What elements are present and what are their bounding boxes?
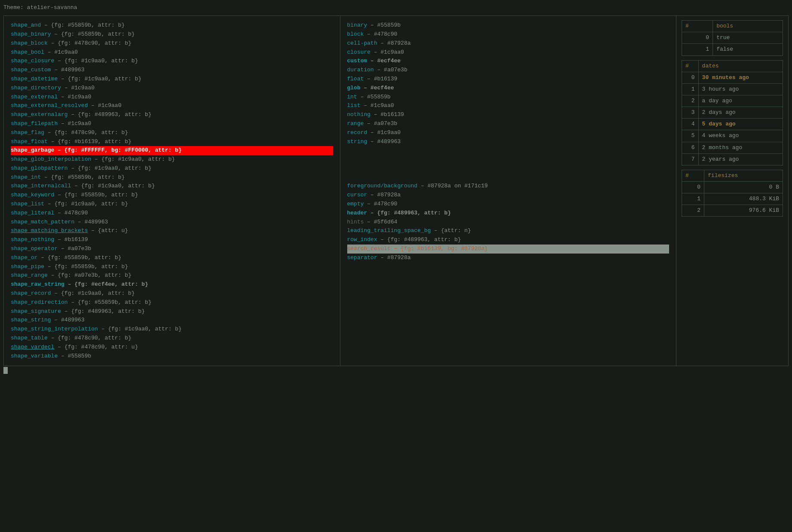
- col2-line-3: closure – #1c9aa0: [347, 48, 670, 57]
- dates-row-5: 5 4 weeks ago: [682, 130, 783, 142]
- dates-index-6: 6: [682, 142, 699, 153]
- col2-line-6: float – #b16139: [347, 75, 670, 84]
- col2-line-19: cursor – #87928a: [347, 191, 670, 200]
- col2-line-1: block – #478c90: [347, 30, 670, 39]
- col2-line-0: binary – #55859b: [347, 21, 670, 30]
- col1-line-22: shape_match_pattern – #489963: [11, 218, 333, 227]
- col1-line-15: shape_glob_interpolation – {fg: #1c9aa0,…: [11, 155, 333, 164]
- col1-line-1: shape_binary – {fg: #55859b, attr: b}: [11, 30, 333, 39]
- filesizes-index-0: 0: [682, 181, 704, 193]
- dates-table: # dates 0 30 minutes ago1 3 hours ago2 a…: [682, 60, 783, 165]
- types-column: binary – #55859bblock – #478c90cell-path…: [340, 16, 677, 366]
- dates-index-0: 0: [682, 72, 699, 83]
- col1-line-34: shape_string_interpolation – {fg: #1c9aa…: [11, 325, 333, 334]
- bools-index-0: 0: [682, 32, 713, 44]
- col2-line-2: cell-path – #87928a: [347, 39, 670, 48]
- dates-val-4: 5 days ago: [698, 119, 783, 130]
- col1-line-37: shape_variable – #55859b: [11, 352, 333, 361]
- col1-line-7: shape_directory – #1c9aa0: [11, 84, 333, 93]
- bools-index-header: #: [682, 21, 713, 32]
- col1-line-27: shape_pipe – {fg: #55859b, attr: b}: [11, 263, 333, 272]
- dates-val-5: 4 weeks ago: [698, 130, 783, 142]
- col2-line-18: foreground/background – #87928a on #171c…: [347, 182, 670, 191]
- col2-line-12: record – #1c9aa0: [347, 128, 670, 138]
- dates-row-1: 1 3 hours ago: [682, 83, 783, 95]
- dates-row-4: 4 5 days ago: [682, 119, 783, 130]
- col1-line-25: shape_operator – #a07e3b: [11, 245, 333, 254]
- col1-line-36: shape_vardecl – {fg: #478c90, attr: u}: [11, 343, 333, 352]
- col1-line-12: shape_flag – {fg: #478c90, attr: b}: [11, 128, 333, 138]
- col1-line-4: shape_closure – {fg: #1c9aa0, attr: b}: [11, 57, 333, 66]
- col1-line-30: shape_record – {fg: #1c9aa0, attr: b}: [11, 289, 333, 298]
- filesizes-index-1: 1: [682, 193, 704, 205]
- col2-line-25: search_result – {fg: #b16139, bg: #87928…: [347, 245, 670, 254]
- dates-val-6: 2 months ago: [698, 142, 783, 153]
- col2-line-14: [347, 146, 670, 155]
- col1-line-0: shape_and – {fg: #55859b, attr: b}: [11, 21, 333, 30]
- bools-index-1: 1: [682, 44, 713, 55]
- bools-row-1: 1 false: [682, 44, 783, 55]
- dates-index-1: 1: [682, 83, 699, 95]
- col2-line-9: list – #1c9aa0: [347, 101, 670, 110]
- col1-line-13: shape_float – {fg: #b16139, attr: b}: [11, 138, 333, 147]
- col2-line-22: hints – #5f6d64: [347, 218, 670, 227]
- dates-index-header: #: [682, 60, 699, 72]
- col1-line-2: shape_block – {fg: #478c90, attr: b}: [11, 39, 333, 48]
- col1-line-9: shape_external_resolved – #1c9aa0: [11, 101, 333, 110]
- col2-line-24: row_index – {fg: #489963, attr: b}: [347, 235, 670, 245]
- col1-line-24: shape_nothing – #b16139: [11, 235, 333, 245]
- filesizes-val-1: 488.3 KiB: [704, 193, 783, 205]
- dates-val-0: 30 minutes ago: [698, 72, 783, 83]
- col2-line-10: nothing – #b16139: [347, 110, 670, 119]
- dates-val-7: 2 years ago: [698, 153, 783, 165]
- filesizes-value-header: filesizes: [704, 170, 783, 181]
- col1-line-21: shape_literal – #478c90: [11, 209, 333, 218]
- col2-line-20: empty – #478c90: [347, 200, 670, 209]
- filesizes-table: # filesizes 0 0 B1 488.3 KiB2 976.6 KiB: [682, 170, 783, 217]
- col1-line-8: shape_external – #1c9aa0: [11, 93, 333, 102]
- dates-index-3: 3: [682, 107, 699, 119]
- bools-table: # bools 0 true1 false: [682, 20, 783, 55]
- col2-line-8: int – #55859b: [347, 93, 670, 102]
- shapes-column: shape_and – {fg: #55859b, attr: b}shape_…: [4, 16, 340, 366]
- bools-val-1: false: [713, 44, 783, 55]
- col2-line-21: header – {fg: #489963, attr: b}: [347, 209, 670, 218]
- col2-line-13: string – #489963: [347, 138, 670, 147]
- col1-line-11: shape_filepath – #1c9aa0: [11, 119, 333, 128]
- dates-index-2: 2: [682, 95, 699, 107]
- col1-line-35: shape_table – {fg: #478c90, attr: b}: [11, 334, 333, 343]
- col2-line-17: [347, 173, 670, 182]
- col1-line-19: shape_keyword – {fg: #55859b, attr: b}: [11, 191, 333, 200]
- col1-line-20: shape_list – {fg: #1c9aa0, attr: b}: [11, 200, 333, 209]
- dates-row-3: 3 2 days ago: [682, 107, 783, 119]
- filesizes-index-header: #: [682, 170, 704, 181]
- dates-row-2: 2 a day ago: [682, 95, 783, 107]
- filesizes-row-1: 1 488.3 KiB: [682, 193, 783, 205]
- filesizes-row-2: 2 976.6 KiB: [682, 205, 783, 217]
- col1-line-33: shape_string – #489963: [11, 316, 333, 325]
- col1-line-31: shape_redirection – {fg: #55859b, attr: …: [11, 298, 333, 307]
- col1-line-23: shape_matching_brackets – {attr: u}: [11, 226, 333, 235]
- col1-line-26: shape_or – {fg: #55859b, attr: b}: [11, 254, 333, 263]
- col1-line-10: shape_externalarg – {fg: #489963, attr: …: [11, 110, 333, 119]
- dates-row-0: 0 30 minutes ago: [682, 72, 783, 83]
- col1-line-14: shape_garbage – {fg: #FFFFFF, bg: #FF000…: [11, 146, 333, 155]
- col2-line-26: separator – #87928a: [347, 254, 670, 263]
- col2-line-16: [347, 164, 670, 173]
- dates-val-2: a day ago: [698, 95, 783, 107]
- col1-line-29: shape_raw_string – {fg: #ecf4ee, attr: b…: [11, 280, 333, 289]
- filesizes-val-2: 976.6 KiB: [704, 205, 783, 217]
- main-container: shape_and – {fg: #55859b, attr: b}shape_…: [3, 15, 789, 366]
- dates-index-4: 4: [682, 119, 699, 130]
- col1-line-5: shape_custom – #489963: [11, 66, 333, 75]
- filesizes-val-0: 0 B: [704, 181, 783, 193]
- col1-line-32: shape_signature – {fg: #489963, attr: b}: [11, 307, 333, 316]
- col1-line-18: shape_internalcall – {fg: #1c9aa0, attr:…: [11, 182, 333, 191]
- bools-val-0: true: [713, 32, 783, 44]
- col1-line-6: shape_datetime – {fg: #1c9aa0, attr: b}: [11, 75, 333, 84]
- dates-row-6: 6 2 months ago: [682, 142, 783, 153]
- dates-val-3: 2 days ago: [698, 107, 783, 119]
- col2-line-7: glob – #ecf4ee: [347, 84, 670, 93]
- col2-line-15: [347, 155, 670, 164]
- col2-line-5: duration – #a07e3b: [347, 66, 670, 75]
